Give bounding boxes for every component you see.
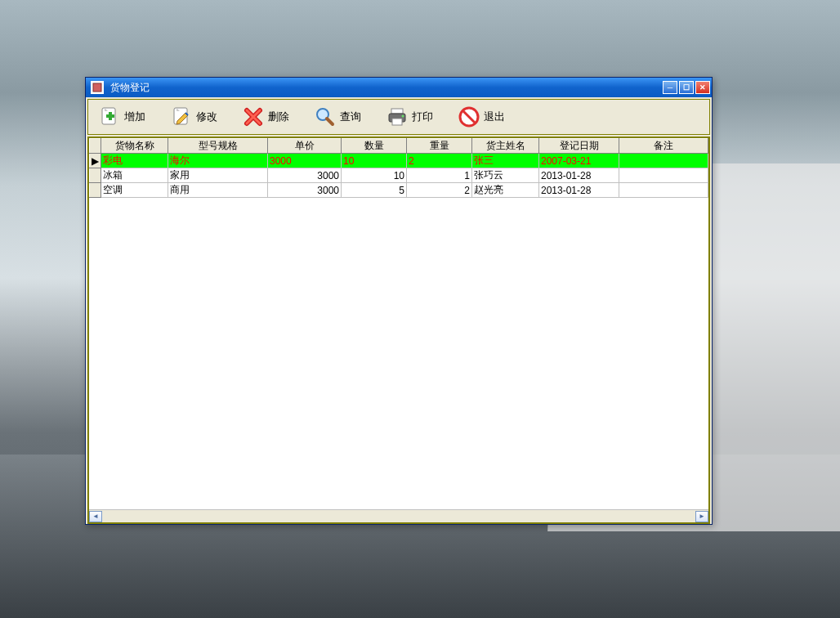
exit-button[interactable]: 退出 (454, 104, 508, 130)
data-grid: 货物名称 型号规格 单价 数量 重量 货主姓名 登记日期 备注 ▶彩电海尔300… (87, 137, 710, 524)
cell-qty: 10 (342, 168, 407, 183)
cell-name: 空调 (101, 183, 168, 198)
grid-table: 货物名称 型号规格 单价 数量 重量 货主姓名 登记日期 备注 ▶彩电海尔300… (89, 138, 708, 198)
svg-rect-0 (93, 83, 101, 92)
exit-icon (458, 105, 480, 128)
scroll-track[interactable] (102, 511, 695, 522)
cell-price: 3000 (268, 168, 342, 183)
col-price[interactable]: 单价 (268, 139, 342, 154)
cell-owner: 张巧云 (472, 168, 539, 183)
row-indicator (90, 168, 101, 183)
svg-rect-8 (392, 119, 402, 125)
col-owner[interactable]: 货主姓名 (472, 139, 539, 154)
indicator-header (90, 139, 101, 154)
cell-weight: 1 (407, 168, 472, 183)
row-indicator (90, 183, 101, 198)
svg-point-9 (402, 115, 404, 118)
col-weight[interactable]: 重量 (407, 139, 472, 154)
search-icon (314, 105, 337, 128)
cell-weight: 2 (407, 154, 472, 168)
window-controls: ─ ☐ ✕ (663, 81, 710, 94)
print-icon (386, 105, 409, 128)
titlebar[interactable]: 货物登记 ─ ☐ ✕ (86, 78, 712, 97)
cell-date: 2007-03-21 (539, 154, 619, 168)
add-button[interactable]: 增加 (95, 104, 149, 130)
cell-price: 3000 (268, 154, 342, 168)
cell-remark (619, 168, 708, 183)
exit-label: 退出 (484, 110, 505, 124)
col-date[interactable]: 登记日期 (539, 139, 619, 154)
app-icon (91, 81, 104, 94)
print-button[interactable]: 打印 (382, 104, 436, 130)
cell-qty: 10 (342, 154, 407, 168)
delete-icon (242, 105, 265, 128)
svg-rect-3 (109, 112, 112, 120)
delete-button[interactable]: 删除 (239, 104, 293, 130)
cell-spec: 家用 (168, 168, 268, 183)
svg-rect-6 (391, 109, 403, 114)
cell-date: 2013-01-28 (539, 168, 619, 183)
delete-label: 删除 (268, 110, 289, 124)
print-label: 打印 (412, 110, 433, 124)
table-row[interactable]: 空调商用300052赵光亮2013-01-28 (90, 183, 708, 198)
horizontal-scrollbar[interactable]: ◄ ► (89, 509, 708, 522)
scroll-right-button[interactable]: ► (695, 511, 708, 522)
edit-icon (170, 105, 193, 128)
grid-area[interactable]: 货物名称 型号规格 单价 数量 重量 货主姓名 登记日期 备注 ▶彩电海尔300… (89, 138, 708, 509)
cell-spec: 海尔 (168, 154, 268, 168)
cell-name: 冰箱 (101, 168, 168, 183)
cell-name: 彩电 (101, 154, 168, 168)
search-label: 查询 (340, 110, 361, 124)
edit-button[interactable]: 修改 (167, 104, 221, 130)
maximize-button[interactable]: ☐ (679, 81, 694, 94)
add-icon (98, 105, 121, 128)
minimize-button[interactable]: ─ (663, 81, 677, 94)
cell-owner: 赵光亮 (472, 183, 539, 198)
cell-price: 3000 (268, 183, 342, 198)
window-title: 货物登记 (107, 81, 663, 95)
search-button[interactable]: 查询 (311, 104, 364, 130)
table-row[interactable]: ▶彩电海尔3000102张三2007-03-21 (90, 154, 708, 168)
toolbar: 增加 修改 删除 查询 打印 (87, 99, 710, 135)
edit-label: 修改 (196, 110, 217, 124)
col-remark[interactable]: 备注 (619, 139, 708, 154)
cell-spec: 商用 (168, 183, 268, 198)
row-indicator: ▶ (90, 154, 101, 168)
cell-remark (619, 154, 708, 168)
cell-weight: 2 (407, 183, 472, 198)
cell-date: 2013-01-28 (539, 183, 619, 198)
close-button[interactable]: ✕ (695, 81, 710, 94)
cell-owner: 张三 (472, 154, 539, 168)
col-qty[interactable]: 数量 (342, 139, 407, 154)
cell-remark (619, 183, 708, 198)
scroll-left-button[interactable]: ◄ (89, 511, 102, 522)
add-label: 增加 (124, 110, 145, 124)
grid-header-row: 货物名称 型号规格 单价 数量 重量 货主姓名 登记日期 备注 (90, 139, 708, 154)
col-name[interactable]: 货物名称 (101, 139, 168, 154)
col-spec[interactable]: 型号规格 (168, 139, 268, 154)
table-row[interactable]: 冰箱家用3000101张巧云2013-01-28 (90, 168, 708, 183)
window: 货物登记 ─ ☐ ✕ 增加 修改 删除 (85, 77, 713, 525)
cell-qty: 5 (342, 183, 407, 198)
